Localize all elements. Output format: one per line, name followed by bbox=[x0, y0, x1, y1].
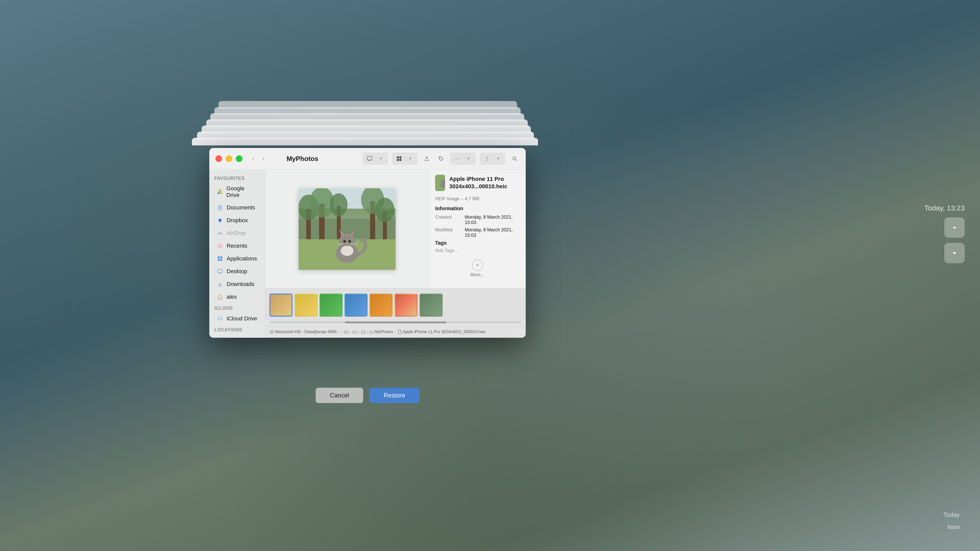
horizontal-scrollbar[interactable] bbox=[269, 321, 522, 324]
maximize-button[interactable] bbox=[236, 156, 242, 162]
favourites-label: Favourites bbox=[209, 174, 265, 182]
svg-line-12 bbox=[515, 160, 517, 161]
close-button[interactable] bbox=[215, 156, 222, 162]
restore-button[interactable]: Restore bbox=[369, 388, 419, 403]
svg-point-10 bbox=[487, 160, 487, 161]
scroll-thumb bbox=[345, 321, 446, 324]
path-sep-4: › bbox=[367, 330, 368, 334]
view-monitor-button[interactable] bbox=[364, 154, 375, 164]
svg-point-11 bbox=[513, 157, 516, 160]
scroll-down-button[interactable] bbox=[944, 243, 965, 263]
thumbnail-7[interactable] bbox=[420, 294, 442, 317]
minimize-button[interactable] bbox=[226, 156, 232, 162]
created-label: Created bbox=[435, 214, 461, 225]
thumbnail-6[interactable] bbox=[395, 294, 417, 317]
applications-icon bbox=[216, 255, 224, 262]
locations-label: Locations bbox=[209, 325, 265, 333]
thumbnail-5[interactable] bbox=[369, 294, 393, 317]
desktop-icon bbox=[216, 268, 224, 275]
sidebar-item-recents[interactable]: Recents bbox=[211, 240, 263, 252]
sidebar-label-desktop: Desktop bbox=[227, 268, 247, 275]
actions-chevron-button[interactable] bbox=[493, 154, 503, 164]
grid-view-group bbox=[392, 152, 417, 165]
svg-rect-23 bbox=[220, 256, 222, 259]
search-button[interactable] bbox=[509, 154, 520, 164]
add-tags-input[interactable]: Add Tags... bbox=[435, 248, 520, 253]
path-item-folder2[interactable] bbox=[353, 330, 357, 333]
path-item-folder3[interactable] bbox=[361, 330, 366, 333]
sidebar-item-desktop[interactable]: Desktop bbox=[211, 265, 263, 278]
sidebar-item-google-drive[interactable]: Google Drive bbox=[211, 183, 263, 201]
more-options-group: ··· bbox=[450, 152, 476, 165]
svg-point-9 bbox=[487, 159, 487, 159]
file-info-text: Apple iPhone 11 Pro 3024x403...00010.hei… bbox=[449, 176, 520, 190]
thumbnail-3[interactable] bbox=[320, 294, 342, 317]
sidebar-label-airdrop: AirDrop bbox=[227, 230, 246, 237]
notification-panel: Today, 13:23 bbox=[924, 204, 965, 263]
sidebar-item-icloud-drive[interactable]: iCloud Drive bbox=[211, 313, 263, 325]
photo-viewer bbox=[266, 170, 429, 288]
google-drive-icon bbox=[216, 188, 223, 195]
path-item-myphotos[interactable]: MyPhotos bbox=[370, 330, 393, 334]
modified-row: Modified Monday, 8 March 2021, 15:03 bbox=[435, 227, 520, 238]
modified-label: Modified bbox=[435, 227, 461, 238]
path-item-folder1[interactable] bbox=[344, 330, 348, 333]
grid-view-button[interactable] bbox=[394, 154, 404, 164]
path-sep-5: › bbox=[395, 330, 396, 334]
sidebar-item-applications[interactable]: Applications bbox=[211, 252, 263, 265]
more-button[interactable]: + More... bbox=[435, 259, 520, 278]
documents-icon bbox=[216, 204, 224, 211]
file-size: 4,7 MB bbox=[465, 196, 479, 201]
tags-section-label: Tags bbox=[435, 240, 520, 246]
tag-button[interactable] bbox=[436, 154, 446, 164]
view-chevron-button[interactable] bbox=[375, 154, 386, 164]
airdrop-icon bbox=[216, 230, 224, 237]
more-options-button[interactable]: ··· bbox=[452, 154, 463, 164]
today-label: Today bbox=[943, 511, 959, 518]
sidebar-item-dropbox[interactable]: Dropbox bbox=[211, 214, 263, 227]
window-title: MyPhotos bbox=[247, 155, 358, 163]
created-row: Created Monday, 8 March 2021, 15:03 bbox=[435, 214, 520, 225]
path-item-hd[interactable]: Macintosh HD - Data@snap-4859... bbox=[269, 330, 340, 334]
main-photo[interactable] bbox=[299, 188, 396, 270]
info-panel: Apple iPhone 11 Pro 3024x403...00010.hei… bbox=[429, 170, 526, 288]
sidebar-label-documents: Documents bbox=[227, 204, 255, 211]
more-circle-icon: + bbox=[472, 259, 483, 271]
svg-point-7 bbox=[440, 157, 440, 158]
path-item-file[interactable]: Apple iPhone 11 Pro 3024x4032_000010.hei… bbox=[397, 330, 486, 334]
sidebar-item-alex[interactable]: alex bbox=[211, 291, 263, 303]
icloud-drive-icon bbox=[216, 315, 224, 322]
sidebar-item-documents[interactable]: Documents bbox=[211, 202, 263, 214]
file-meta: HEIF Image – 4,7 MB bbox=[435, 196, 520, 202]
svg-rect-30 bbox=[219, 298, 221, 299]
actions-button[interactable] bbox=[482, 154, 492, 164]
thumbnail-2[interactable] bbox=[294, 294, 318, 317]
sheet-stack-7 bbox=[192, 138, 538, 145]
thumbnail-4[interactable] bbox=[345, 294, 368, 317]
sidebar-label-icloud-drive: iCloud Drive bbox=[227, 315, 257, 322]
more-chevron-button[interactable] bbox=[463, 154, 474, 164]
path-sep-2: › bbox=[350, 330, 351, 334]
scroll-up-button[interactable] bbox=[944, 218, 965, 238]
share-button[interactable] bbox=[422, 154, 432, 164]
file-name: Apple iPhone 11 Pro 3024x403...00010.hei… bbox=[449, 176, 520, 190]
downloads-icon bbox=[216, 281, 224, 288]
sidebar-item-downloads[interactable]: Downloads bbox=[211, 278, 263, 290]
grid-chevron-button[interactable] bbox=[405, 154, 415, 164]
sidebar-label-dropbox: Dropbox bbox=[227, 217, 248, 224]
finder-dialog: ‹ › MyPhotos bbox=[209, 148, 526, 338]
now-label: Now bbox=[947, 524, 959, 530]
path-sep-3: › bbox=[358, 330, 360, 334]
dropbox-icon bbox=[216, 217, 224, 224]
thumbnail-1[interactable] bbox=[269, 294, 293, 317]
path-myphotos-label: MyPhotos bbox=[375, 330, 393, 334]
svg-rect-24 bbox=[218, 259, 220, 261]
cancel-button[interactable]: Cancel bbox=[316, 388, 363, 403]
toolbar-right: ··· bbox=[363, 152, 520, 165]
sidebar-label-downloads: Downloads bbox=[227, 281, 255, 287]
svg-rect-26 bbox=[218, 269, 222, 273]
path-hd-label: Macintosh HD - Data@snap-4859... bbox=[275, 330, 340, 334]
photo-main-area: Apple iPhone 11 Pro 3024x403...00010.hei… bbox=[266, 170, 526, 288]
alex-icon bbox=[216, 293, 224, 300]
sidebar-item-airdrop[interactable]: AirDrop bbox=[211, 227, 263, 239]
